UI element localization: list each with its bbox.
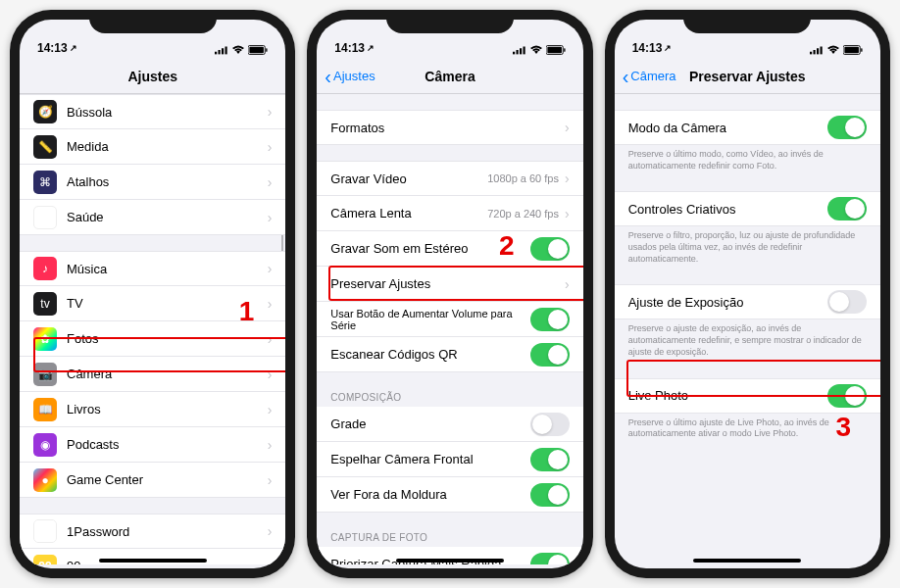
settings-row[interactable]: 📏Medida› <box>20 129 285 165</box>
row-label: Câmera Lenta <box>330 206 487 220</box>
chevron-right-icon: › <box>268 559 273 565</box>
footer-modo: Preserve o último modo, como Vídeo, ao i… <box>615 145 880 175</box>
row-gravar-video[interactable]: Gravar Vídeo1080p a 60 fps› <box>317 161 582 196</box>
home-indicator[interactable] <box>693 559 801 563</box>
chevron-right-icon: › <box>268 331 273 347</box>
row-label: Câmera <box>67 367 268 381</box>
svg-rect-14 <box>810 52 812 55</box>
chevron-right-icon: › <box>268 174 273 190</box>
chevron-right-icon: › <box>268 437 273 453</box>
nav-header: Ajustes <box>20 59 285 94</box>
svg-rect-7 <box>513 52 515 55</box>
chevron-right-icon: › <box>268 402 273 417</box>
row-label: Live Photo <box>628 388 827 403</box>
toggle-controles[interactable] <box>827 197 867 220</box>
toggle-priorizar[interactable] <box>530 553 570 565</box>
back-button[interactable]: ‹ Ajustes <box>325 67 375 86</box>
svg-rect-9 <box>520 48 522 54</box>
row-label: Fotos <box>67 331 268 346</box>
phone-preservar: 14:13 ↗ ‹ Câmera Preservar Ajustes Modo … <box>605 10 890 578</box>
signal-icon <box>513 45 526 55</box>
settings-row[interactable]: ●Game Center› <box>20 463 285 498</box>
settings-row[interactable]: tvTV› <box>20 286 285 321</box>
row-formatos[interactable]: Formatos› <box>317 110 582 145</box>
row-label: Ajuste de Exposição <box>628 295 827 310</box>
app-icon: ◉ <box>33 433 57 457</box>
toggle-modo[interactable] <box>827 116 867 139</box>
row-label: Livros <box>67 402 268 416</box>
row-preservar-ajustes[interactable]: Preservar Ajustes› <box>317 267 582 302</box>
chevron-right-icon: › <box>268 472 273 488</box>
toggle-live-photo[interactable] <box>827 384 867 408</box>
phone-camera: 14:13 ↗ ‹ Ajustes Câmera Formatos› Grava… <box>307 10 592 578</box>
row-ajuste-exposicao: Ajuste de Exposição <box>615 284 880 319</box>
svg-rect-12 <box>547 47 562 53</box>
chevron-right-icon: › <box>268 139 273 155</box>
home-indicator[interactable] <box>99 559 207 563</box>
settings-row[interactable]: ♪Música› <box>20 251 285 286</box>
row-live-photo: Live Photo <box>615 378 880 414</box>
section-header-captura: Captura de Foto <box>317 528 582 547</box>
settings-row[interactable]: ◉Podcasts› <box>20 427 285 463</box>
phone-ajustes: 14:13 ↗ Ajustes 🧭Bússola›📏Medida›⌘Atalho… <box>10 10 295 578</box>
home-indicator[interactable] <box>396 559 504 563</box>
preservar-list[interactable]: Modo da Câmera Preserve o último modo, c… <box>615 94 880 564</box>
wifi-icon <box>231 45 245 55</box>
chevron-right-icon: › <box>565 120 570 135</box>
chevron-right-icon: › <box>565 171 570 186</box>
row-ver-fora: Ver Fora da Moldura <box>317 477 582 513</box>
svg-rect-8 <box>516 50 518 54</box>
row-camera-lenta[interactable]: Câmera Lenta720p a 240 fps› <box>317 196 582 231</box>
screen: 14:13 ↗ ‹ Ajustes Câmera Formatos› Grava… <box>317 20 582 568</box>
settings-list[interactable]: 🧭Bússola›📏Medida›⌘Atalhos›♥Saúde› ♪Músic… <box>20 94 285 564</box>
row-label: Atalhos <box>67 174 268 189</box>
row-label: Medida <box>67 139 268 154</box>
settings-row[interactable]: 📖Livros› <box>20 392 285 427</box>
settings-row[interactable]: 🧭Bússola› <box>20 94 285 129</box>
settings-row[interactable]: ⓪1Password› <box>20 514 285 549</box>
settings-row[interactable]: ✿Fotos› <box>20 321 285 357</box>
toggle-gravar-som[interactable] <box>530 237 570 261</box>
row-label: Música <box>67 262 268 276</box>
svg-rect-6 <box>267 48 268 52</box>
toggle-escanear[interactable] <box>530 343 570 367</box>
toggle-usar-botao[interactable] <box>530 308 570 331</box>
row-label: Podcasts <box>67 437 268 452</box>
notch <box>683 10 811 33</box>
row-usar-botao: Usar Botão de Aumentar Volume para Série <box>317 302 582 337</box>
toggle-ver-fora[interactable] <box>530 483 570 507</box>
notch <box>89 10 217 33</box>
svg-rect-15 <box>813 50 815 54</box>
toggle-grade[interactable] <box>530 413 570 436</box>
section-header-composicao: Composição <box>317 388 582 407</box>
screen: 14:13 ↗ Ajustes 🧭Bússola›📏Medida›⌘Atalho… <box>20 20 285 568</box>
settings-row[interactable]: 📷Câmera› <box>20 357 285 392</box>
row-modo-camera: Modo da Câmera <box>615 110 880 145</box>
nav-header: ‹ Câmera Preservar Ajustes <box>615 59 880 94</box>
settings-row[interactable]: ♥Saúde› <box>20 200 285 235</box>
row-detail: 720p a 240 fps <box>487 208 559 220</box>
row-label: Gravar Vídeo <box>330 172 487 186</box>
wifi-icon <box>529 45 543 55</box>
location-icon: ↗ <box>664 43 672 53</box>
row-espelhar: Espelhar Câmera Frontal <box>317 442 582 477</box>
chevron-right-icon: › <box>268 210 273 225</box>
chevron-right-icon: › <box>268 523 273 539</box>
nav-header: ‹ Ajustes Câmera <box>317 59 582 94</box>
status-time: 14:13 <box>37 41 68 55</box>
footer-controles: Preserve o filtro, proporção, luz ou aju… <box>615 226 880 269</box>
row-label: Grade <box>330 416 529 431</box>
notch <box>386 10 514 33</box>
settings-row[interactable]: ⌘Atalhos› <box>20 165 285 200</box>
svg-rect-17 <box>820 47 822 55</box>
back-button[interactable]: ‹ Câmera <box>623 67 676 86</box>
app-icon: tv <box>33 292 57 316</box>
row-label: 1Password <box>67 524 268 539</box>
camera-settings-list[interactable]: Formatos› Gravar Vídeo1080p a 60 fps› Câ… <box>317 94 582 564</box>
row-label: Modo da Câmera <box>628 121 827 135</box>
toggle-espelhar[interactable] <box>530 448 570 471</box>
svg-rect-20 <box>861 48 862 52</box>
row-label: Controles Criativos <box>628 202 827 217</box>
row-label: Saúde <box>67 210 268 224</box>
toggle-exposicao[interactable] <box>827 290 867 314</box>
